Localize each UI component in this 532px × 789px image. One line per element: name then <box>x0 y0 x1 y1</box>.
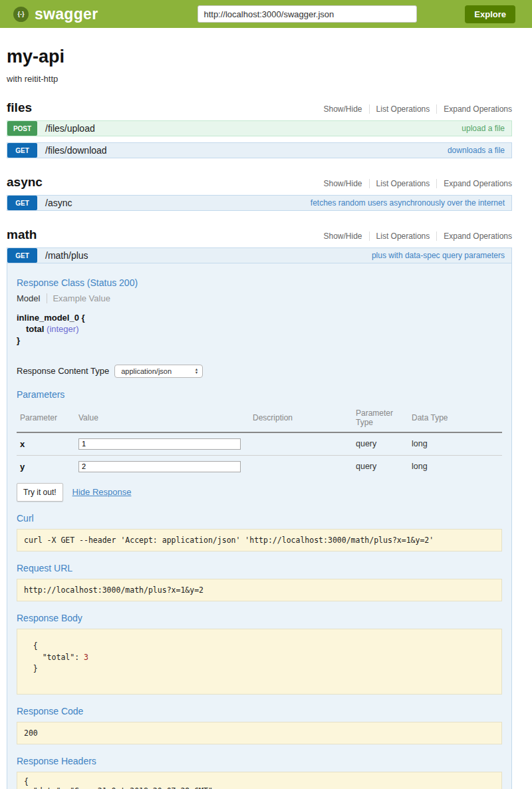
model-tabs: Model Example Value <box>17 293 502 303</box>
spec-url-input[interactable] <box>198 5 417 23</box>
method-badge-get: GET <box>7 196 37 210</box>
parameter-type: query <box>352 432 408 456</box>
operation-path[interactable]: /math/plus <box>45 250 88 261</box>
parameter-type: query <box>352 455 408 478</box>
api-info: my-api with reitit-http <box>7 47 512 84</box>
explore-button[interactable]: Explore <box>465 5 515 23</box>
select-stepper-icon: ▲▼ <box>195 368 198 374</box>
signature-open: inline_model_0 { <box>17 313 502 324</box>
parameter-data-type: long <box>408 432 502 456</box>
list-operations-link[interactable]: List Operations <box>369 104 437 114</box>
hide-response-link[interactable]: Hide Response <box>72 487 132 497</box>
operation-summary[interactable]: fetches random users asynchronously over… <box>311 198 505 208</box>
curl-heading: Curl <box>17 513 502 524</box>
request-url-heading: Request URL <box>17 563 502 573</box>
parameters-heading: Parameters <box>17 389 502 400</box>
json-total-line: "total": 3 <box>24 652 495 663</box>
swagger-logo-icon: {-} <box>13 7 29 22</box>
try-it-out-button[interactable]: Try it out! <box>17 483 63 502</box>
tab-model[interactable]: Model <box>17 293 47 303</box>
resource-section-files: files Show/Hide List Operations Expand O… <box>7 100 512 158</box>
operation-summary[interactable]: plus with data-spec query parameters <box>372 251 505 260</box>
expand-operations-link[interactable]: Expand Operations <box>436 232 512 241</box>
column-header-description: Description <box>249 406 352 432</box>
request-url-value: http://localhost:3000/math/plus?x=1&y=2 <box>17 579 502 601</box>
operation-summary[interactable]: upload a file <box>462 124 505 133</box>
operation-detail-panel: Response Class (Status 200) Model Exampl… <box>7 263 512 789</box>
method-badge-post: POST <box>7 121 37 136</box>
api-title: my-api <box>7 47 512 67</box>
content-type-selected-value: application/json <box>121 367 172 375</box>
response-headers-value: { "date": "Sun, 21 Oct 2018 20:07:29 GMT… <box>17 772 502 789</box>
json-close-brace: } <box>24 663 495 675</box>
response-body-json: { "total": 3 } <box>17 629 502 695</box>
json-open-brace: { <box>24 641 495 652</box>
parameter-description <box>249 455 352 478</box>
operation-row-expanded[interactable]: GET /math/plus plus with data-spec query… <box>7 247 512 263</box>
brand-link[interactable]: swagger <box>35 5 98 23</box>
parameter-name: y <box>17 455 75 478</box>
resource-controls: Show/Hide List Operations Expand Operati… <box>317 179 512 188</box>
expand-operations-link[interactable]: Expand Operations <box>436 104 512 114</box>
operation-path[interactable]: /files/upload <box>45 123 95 134</box>
resource-name-files[interactable]: files <box>7 100 32 115</box>
response-code-heading: Response Code <box>17 706 502 716</box>
response-content-type-row: Response Content Type application/json ▲… <box>17 365 502 378</box>
operation-path[interactable]: /async <box>45 198 72 208</box>
parameter-value-input-y[interactable] <box>78 461 241 472</box>
parameter-data-type: long <box>408 455 502 478</box>
parameters-table: Parameter Value Description Parameter Ty… <box>17 406 502 478</box>
parameter-row-y: y query long <box>17 455 502 478</box>
resource-controls: Show/Hide List Operations Expand Operati… <box>317 104 512 114</box>
main-content: my-api with reitit-http files Show/Hide … <box>7 47 512 789</box>
show-hide-link[interactable]: Show/Hide <box>317 179 369 188</box>
list-operations-link[interactable]: List Operations <box>369 179 437 188</box>
json-number-value: 3 <box>84 653 88 662</box>
column-header-data-type: Data Type <box>408 406 502 432</box>
signature-property: total (integer) <box>26 324 502 335</box>
parameter-name: x <box>17 432 75 456</box>
operation-path[interactable]: /files/download <box>45 145 107 156</box>
response-content-type-label: Response Content Type <box>17 366 109 376</box>
show-hide-link[interactable]: Show/Hide <box>317 104 369 114</box>
method-badge-get: GET <box>7 248 37 263</box>
response-headers-heading: Response Headers <box>17 756 502 766</box>
parameter-row-x: x query long <box>17 432 502 456</box>
parameter-value-input-x[interactable] <box>78 438 241 450</box>
tab-example-value[interactable]: Example Value <box>47 293 110 303</box>
method-badge-get: GET <box>7 143 37 158</box>
operation-summary[interactable]: downloads a file <box>448 146 505 155</box>
response-code-value: 200 <box>17 722 502 744</box>
content-type-select[interactable]: application/json ▲▼ <box>114 365 203 378</box>
signature-close: } <box>17 335 502 347</box>
model-signature: inline_model_0 { total (integer) } <box>17 313 502 347</box>
expand-operations-link[interactable]: Expand Operations <box>436 179 512 188</box>
response-class-heading: Response Class (Status 200) <box>17 277 502 288</box>
header-bar: {-} swagger Explore <box>0 0 532 28</box>
operation-row[interactable]: GET /async fetches random users asynchro… <box>7 195 512 211</box>
show-hide-link[interactable]: Show/Hide <box>317 232 369 241</box>
operation-row[interactable]: GET /files/download downloads a file <box>7 142 512 158</box>
resource-name-math[interactable]: math <box>7 228 37 242</box>
parameter-description <box>249 432 352 456</box>
list-operations-link[interactable]: List Operations <box>369 232 437 241</box>
resource-name-async[interactable]: async <box>7 175 43 190</box>
resource-section-math: math Show/Hide List Operations Expand Op… <box>7 228 512 789</box>
column-header-parameter: Parameter <box>17 406 75 432</box>
column-header-value: Value <box>75 406 249 432</box>
property-type: (integer) <box>47 324 78 334</box>
property-name: total <box>26 324 47 334</box>
response-body-heading: Response Body <box>17 613 502 623</box>
operation-row[interactable]: POST /files/upload upload a file <box>7 120 512 136</box>
resource-section-async: async Show/Hide List Operations Expand O… <box>7 175 512 211</box>
column-header-parameter-type: Parameter Type <box>352 406 408 432</box>
resource-controls: Show/Hide List Operations Expand Operati… <box>317 232 512 241</box>
api-subtitle: with reitit-http <box>7 74 512 84</box>
curl-command: curl -X GET --header 'Accept: applicatio… <box>17 529 502 552</box>
